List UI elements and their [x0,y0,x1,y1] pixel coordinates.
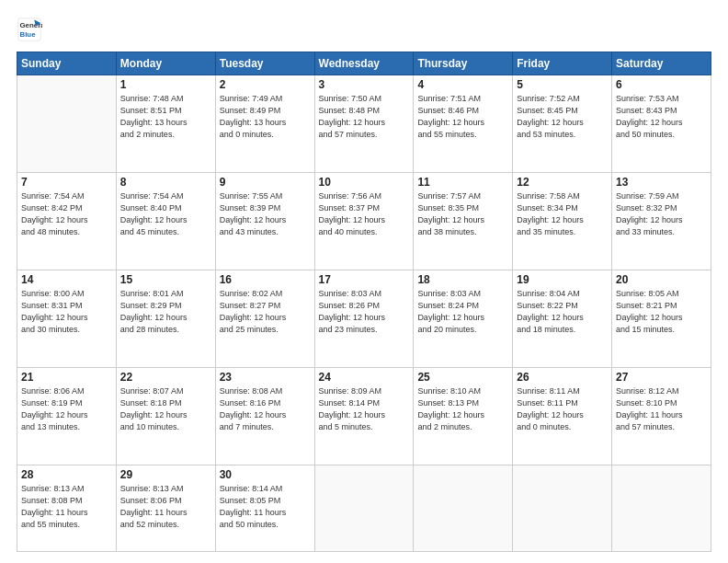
calendar-cell: 12Sunrise: 7:58 AMSunset: 8:34 PMDayligh… [513,173,612,270]
day-info: Sunrise: 8:03 AMSunset: 8:24 PMDaylight:… [417,288,508,336]
day-info: Sunrise: 7:49 AMSunset: 8:49 PMDaylight:… [220,93,311,141]
day-info: Sunrise: 8:13 AMSunset: 8:08 PMDaylight:… [21,483,112,531]
day-number: 7 [21,176,112,189]
day-info: Sunrise: 7:58 AMSunset: 8:34 PMDaylight:… [517,190,608,238]
day-number: 9 [220,176,311,189]
day-number: 21 [21,371,112,384]
weekday-header-wednesday: Wednesday [314,52,414,75]
calendar-cell: 23Sunrise: 8:08 AMSunset: 8:16 PMDayligh… [215,368,314,465]
calendar-table: SundayMondayTuesdayWednesdayThursdayFrid… [17,52,711,552]
day-info: Sunrise: 7:52 AMSunset: 8:45 PMDaylight:… [517,93,608,141]
day-info: Sunrise: 8:03 AMSunset: 8:26 PMDaylight:… [319,288,410,336]
calendar-cell [612,465,711,552]
day-info: Sunrise: 8:05 AMSunset: 8:21 PMDaylight:… [616,288,707,336]
day-info: Sunrise: 8:07 AMSunset: 8:18 PMDaylight:… [120,385,211,433]
weekday-header-sunday: Sunday [17,52,117,75]
calendar-cell: 15Sunrise: 8:01 AMSunset: 8:29 PMDayligh… [116,270,215,368]
day-number: 20 [616,273,707,286]
calendar-cell: 25Sunrise: 8:10 AMSunset: 8:13 PMDayligh… [414,368,513,465]
day-number: 14 [21,273,112,286]
day-info: Sunrise: 8:01 AMSunset: 8:29 PMDaylight:… [120,288,211,336]
day-number: 25 [417,371,508,384]
day-number: 17 [319,273,410,286]
calendar-cell: 30Sunrise: 8:14 AMSunset: 8:05 PMDayligh… [215,465,314,552]
day-number: 18 [417,273,508,286]
day-info: Sunrise: 7:51 AMSunset: 8:46 PMDaylight:… [417,93,508,141]
day-info: Sunrise: 8:14 AMSunset: 8:05 PMDaylight:… [220,483,311,531]
calendar-cell: 5Sunrise: 7:52 AMSunset: 8:45 PMDaylight… [513,75,612,173]
calendar-cell: 22Sunrise: 8:07 AMSunset: 8:18 PMDayligh… [116,368,215,465]
day-number: 28 [21,468,112,481]
calendar-cell: 19Sunrise: 8:04 AMSunset: 8:22 PMDayligh… [513,270,612,368]
day-number: 27 [616,371,707,384]
day-info: Sunrise: 7:55 AMSunset: 8:39 PMDaylight:… [220,190,311,238]
day-info: Sunrise: 8:04 AMSunset: 8:22 PMDaylight:… [517,288,608,336]
calendar-cell: 17Sunrise: 8:03 AMSunset: 8:26 PMDayligh… [314,270,414,368]
calendar-cell: 20Sunrise: 8:05 AMSunset: 8:21 PMDayligh… [612,270,711,368]
weekday-header-friday: Friday [513,52,612,75]
calendar-cell [17,75,117,173]
calendar-week-row: 28Sunrise: 8:13 AMSunset: 8:08 PMDayligh… [17,465,711,552]
day-info: Sunrise: 8:11 AMSunset: 8:11 PMDaylight:… [517,385,608,433]
calendar-cell: 10Sunrise: 7:56 AMSunset: 8:37 PMDayligh… [314,173,414,270]
weekday-header-row: SundayMondayTuesdayWednesdayThursdayFrid… [17,52,711,75]
calendar-cell: 13Sunrise: 7:59 AMSunset: 8:32 PMDayligh… [612,173,711,270]
day-number: 3 [319,78,410,91]
calendar-week-row: 1Sunrise: 7:48 AMSunset: 8:51 PMDaylight… [17,75,711,173]
calendar-cell: 6Sunrise: 7:53 AMSunset: 8:43 PMDaylight… [612,75,711,173]
logo-icon: General Blue [17,17,42,42]
day-number: 12 [517,176,608,189]
calendar-cell: 8Sunrise: 7:54 AMSunset: 8:40 PMDaylight… [116,173,215,270]
day-number: 29 [120,468,211,481]
day-number: 26 [517,371,608,384]
calendar-cell: 1Sunrise: 7:48 AMSunset: 8:51 PMDaylight… [116,75,215,173]
header: General Blue [17,17,711,42]
day-number: 15 [120,273,211,286]
day-info: Sunrise: 8:12 AMSunset: 8:10 PMDaylight:… [616,385,707,433]
svg-text:Blue: Blue [20,30,37,39]
day-number: 11 [417,176,508,189]
day-info: Sunrise: 8:00 AMSunset: 8:31 PMDaylight:… [21,288,112,336]
page: General Blue SundayMondayTuesdayWednesda… [0,0,728,563]
day-number: 16 [220,273,311,286]
calendar-cell: 4Sunrise: 7:51 AMSunset: 8:46 PMDaylight… [414,75,513,173]
day-info: Sunrise: 7:54 AMSunset: 8:40 PMDaylight:… [120,190,211,238]
day-info: Sunrise: 8:08 AMSunset: 8:16 PMDaylight:… [220,385,311,433]
logo: General Blue [17,17,42,42]
calendar-cell: 26Sunrise: 8:11 AMSunset: 8:11 PMDayligh… [513,368,612,465]
day-number: 2 [220,78,311,91]
day-number: 22 [120,371,211,384]
day-info: Sunrise: 8:10 AMSunset: 8:13 PMDaylight:… [417,385,508,433]
day-number: 24 [319,371,410,384]
calendar-cell: 28Sunrise: 8:13 AMSunset: 8:08 PMDayligh… [17,465,117,552]
calendar-cell: 3Sunrise: 7:50 AMSunset: 8:48 PMDaylight… [314,75,414,173]
day-number: 10 [319,176,410,189]
weekday-header-monday: Monday [116,52,215,75]
day-info: Sunrise: 8:09 AMSunset: 8:14 PMDaylight:… [319,385,410,433]
day-info: Sunrise: 7:50 AMSunset: 8:48 PMDaylight:… [319,93,410,141]
day-info: Sunrise: 7:53 AMSunset: 8:43 PMDaylight:… [616,93,707,141]
day-info: Sunrise: 7:54 AMSunset: 8:42 PMDaylight:… [21,190,112,238]
calendar-cell: 14Sunrise: 8:00 AMSunset: 8:31 PMDayligh… [17,270,117,368]
day-info: Sunrise: 7:56 AMSunset: 8:37 PMDaylight:… [319,190,410,238]
calendar-cell: 21Sunrise: 8:06 AMSunset: 8:19 PMDayligh… [17,368,117,465]
day-number: 1 [120,78,211,91]
calendar-week-row: 7Sunrise: 7:54 AMSunset: 8:42 PMDaylight… [17,173,711,270]
day-info: Sunrise: 8:02 AMSunset: 8:27 PMDaylight:… [220,288,311,336]
day-info: Sunrise: 8:13 AMSunset: 8:06 PMDaylight:… [120,483,211,531]
day-number: 23 [220,371,311,384]
day-info: Sunrise: 7:48 AMSunset: 8:51 PMDaylight:… [120,93,211,141]
calendar-cell: 7Sunrise: 7:54 AMSunset: 8:42 PMDaylight… [17,173,117,270]
calendar-cell: 18Sunrise: 8:03 AMSunset: 8:24 PMDayligh… [414,270,513,368]
day-number: 4 [417,78,508,91]
calendar-cell: 16Sunrise: 8:02 AMSunset: 8:27 PMDayligh… [215,270,314,368]
calendar-cell: 24Sunrise: 8:09 AMSunset: 8:14 PMDayligh… [314,368,414,465]
day-number: 5 [517,78,608,91]
calendar-cell: 2Sunrise: 7:49 AMSunset: 8:49 PMDaylight… [215,75,314,173]
calendar-week-row: 21Sunrise: 8:06 AMSunset: 8:19 PMDayligh… [17,368,711,465]
weekday-header-tuesday: Tuesday [215,52,314,75]
day-number: 19 [517,273,608,286]
weekday-header-saturday: Saturday [612,52,711,75]
calendar-cell: 9Sunrise: 7:55 AMSunset: 8:39 PMDaylight… [215,173,314,270]
calendar-cell [513,465,612,552]
